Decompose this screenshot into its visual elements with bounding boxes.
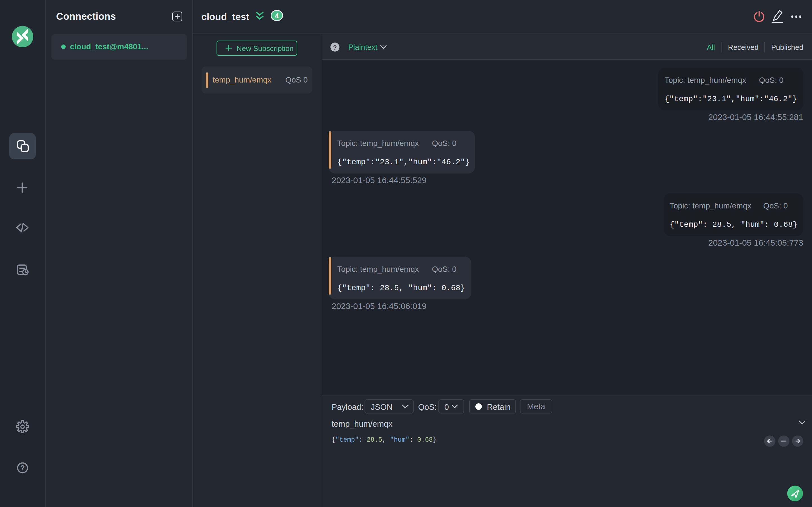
svg-text:?: ? (20, 464, 25, 472)
